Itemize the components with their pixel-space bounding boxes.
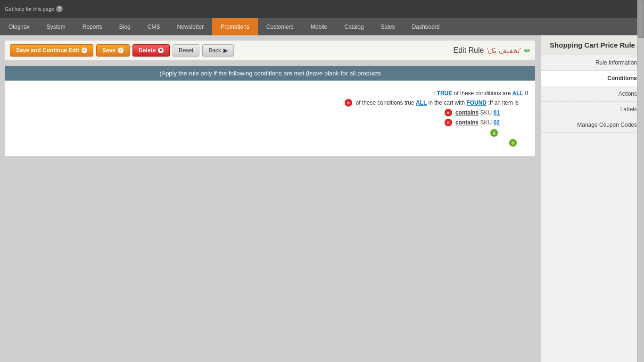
add-condition-2-line: + xyxy=(12,139,528,147)
help-text-label: Get help for this page xyxy=(5,6,54,12)
save-icon: ✓ xyxy=(118,48,124,53)
nav-item-cms[interactable]: CMS xyxy=(139,18,169,35)
save-continue-icon: ✓ xyxy=(82,48,87,53)
condition-true-keyword[interactable]: TRUE xyxy=(437,90,453,97)
toolbar: Save and Continue Edit ✓ Save ✓ Delete ✕… xyxy=(5,40,536,61)
nav-item-promotions[interactable]: Promotions xyxy=(212,18,258,35)
sidebar-items: Rule InformationConditionsActionsLabelsM… xyxy=(541,55,644,133)
condition-middle-2: in the cart with xyxy=(429,99,467,106)
delete-button[interactable]: Delete ✕ xyxy=(132,44,170,57)
condition-all-keyword-2[interactable]: ALL xyxy=(416,99,427,106)
main-content: Save and Continue Edit ✓ Save ✓ Delete ✕… xyxy=(0,35,540,362)
save-continue-label: Save and Continue Edit xyxy=(16,47,79,54)
condition-line2-suffix: of these conditions true xyxy=(356,99,414,106)
top-nav-bar: Get help for this page ? xyxy=(0,0,644,18)
delete-label: Delete xyxy=(139,47,156,54)
reset-button[interactable]: Reset xyxy=(173,44,199,57)
condition-found-keyword[interactable]: FOUND xyxy=(466,99,487,106)
nav-item-newsletter[interactable]: Newsletter xyxy=(168,18,212,35)
nav-item-blog[interactable]: Blog xyxy=(111,18,139,35)
condition-line-1: TRUE of these conditions are ALL If : xyxy=(12,90,528,97)
toolbar-left: Save and Continue Edit ✓ Save ✓ Delete ✕… xyxy=(10,44,234,57)
conditions-header: (Apply the rule only if the following co… xyxy=(5,66,535,81)
edit-rule-label: Edit Rule xyxy=(454,46,484,55)
sku-condition-1: 01 contains SKU × xyxy=(12,109,528,116)
conditions-header-text: (Apply the rule only if the following co… xyxy=(159,70,381,77)
add-condition-button[interactable]: + xyxy=(509,139,517,147)
content-wrapper: Save and Continue Edit ✓ Save ✓ Delete ✕… xyxy=(0,35,644,362)
save-button[interactable]: Save ✓ xyxy=(96,44,130,57)
scrollbar-thumb[interactable] xyxy=(638,0,644,38)
remove-condition-2-button[interactable]: × xyxy=(345,99,352,107)
add-condition-1-line: + xyxy=(12,129,528,137)
reset-label: Reset xyxy=(179,47,193,54)
help-text[interactable]: Get help for this page ? xyxy=(5,6,63,12)
sidebar-item-labels[interactable]: Labels xyxy=(541,102,644,117)
toolbar-right: ✏ 'تخفیف یک' Edit Rule xyxy=(454,46,530,55)
nav-item-olegnax[interactable]: Olegnax xyxy=(0,18,38,35)
conditions-panel: (Apply the rule only if the following co… xyxy=(5,66,536,156)
sidebar-title: Shopping Cart Price Rule xyxy=(541,35,644,55)
nav-item-system[interactable]: System xyxy=(38,18,74,35)
back-button[interactable]: Back ▶ xyxy=(202,44,234,57)
nav-item-customers[interactable]: Customers xyxy=(258,18,302,35)
save-label: Save xyxy=(102,47,116,54)
back-label: Back xyxy=(208,47,221,54)
condition-all-keyword-1[interactable]: ALL xyxy=(512,90,523,97)
help-icon[interactable]: ? xyxy=(56,6,63,12)
sku1-contains[interactable]: contains xyxy=(455,109,479,116)
sidebar: Shopping Cart Price Rule Rule Informatio… xyxy=(540,35,644,362)
save-continue-button[interactable]: Save and Continue Edit ✓ xyxy=(10,44,93,57)
nav-item-mobile[interactable]: Mobile xyxy=(302,18,336,35)
nav-item-reports[interactable]: Reports xyxy=(74,18,111,35)
back-arrow-icon: ▶ xyxy=(223,47,228,54)
sku1-label: SKU xyxy=(480,109,492,116)
remove-sku2-button[interactable]: × xyxy=(445,119,452,126)
nav-item-catalog[interactable]: Catalog xyxy=(336,18,372,35)
condition-line-2: of these conditions true ALL in the cart… xyxy=(12,99,528,107)
nav-item-sales[interactable]: Sales xyxy=(372,18,404,35)
sidebar-item-conditions[interactable]: Conditions xyxy=(541,71,644,86)
sidebar-item-rule-information[interactable]: Rule Information xyxy=(541,55,644,71)
sku1-value[interactable]: 01 xyxy=(494,109,500,116)
rule-name: 'تخفیف یک' xyxy=(486,46,520,55)
sku2-value[interactable]: 02 xyxy=(494,119,500,126)
nav-item-dashboard[interactable]: Dashboard xyxy=(404,18,448,35)
main-navigation: OlegnaxSystemReportsBlogCMSNewsletterPro… xyxy=(0,18,644,35)
sku2-contains[interactable]: contains xyxy=(455,119,479,126)
condition-middle-1: of these conditions are xyxy=(454,90,512,97)
sku2-label: SKU xyxy=(480,119,492,126)
add-sub-condition-button[interactable]: + xyxy=(490,129,498,137)
scrollbar[interactable] xyxy=(637,0,644,362)
sidebar-item-actions[interactable]: Actions xyxy=(541,86,644,102)
sku-condition-2: 02 contains SKU × xyxy=(12,119,528,126)
edit-rule-title: 'تخفیف یک' Edit Rule xyxy=(454,46,520,55)
conditions-body: TRUE of these conditions are ALL If : of… xyxy=(5,81,535,156)
remove-sku1-button[interactable]: × xyxy=(445,109,452,116)
sidebar-item-manage-coupon-codes[interactable]: Manage Coupon Codes xyxy=(541,117,644,133)
pencil-icon: ✏ xyxy=(524,46,530,55)
delete-icon: ✕ xyxy=(158,48,164,53)
